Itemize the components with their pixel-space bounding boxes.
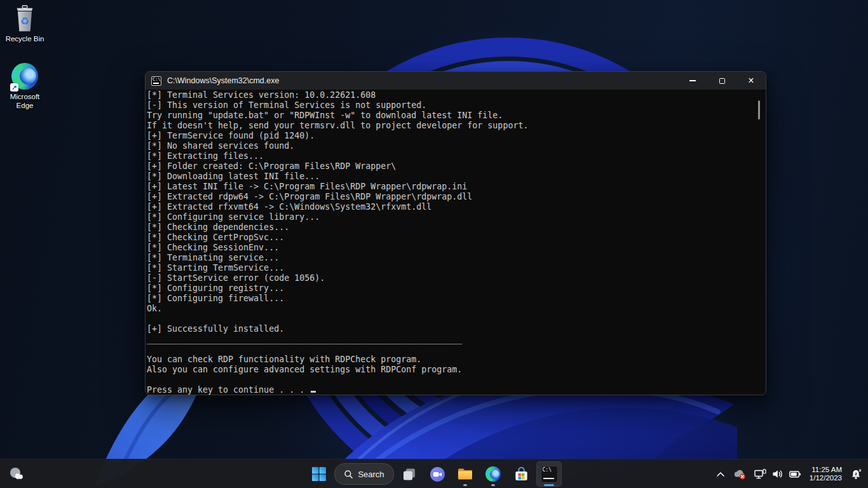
terminal-line: [*] Checking CertPropSvc... xyxy=(147,233,766,243)
minimize-button[interactable] xyxy=(678,72,707,90)
cmd-icon: C:\ xyxy=(151,76,161,86)
start-button[interactable] xyxy=(306,461,332,487)
terminal-line xyxy=(147,375,766,385)
bell-dnd-icon: z z xyxy=(850,468,862,480)
chat-video-icon xyxy=(430,466,445,482)
weather-icon xyxy=(8,466,25,482)
terminal-cursor xyxy=(311,391,316,393)
desktop-icon-microsoft-edge[interactable]: ↗ Microsoft Edge xyxy=(0,63,50,110)
terminal-line: [+] Extracted rdpw64 -> C:\Program Files… xyxy=(147,192,766,202)
running-indicator xyxy=(491,484,495,486)
search-box[interactable]: Search xyxy=(334,463,394,485)
taskbar: Search xyxy=(0,459,868,488)
terminal-line: [+] Folder created: C:\Program Files\RDP… xyxy=(147,161,766,172)
terminal-line: [*] No shared services found. xyxy=(147,141,766,151)
minimize-icon xyxy=(689,80,696,81)
search-icon xyxy=(344,470,353,479)
edge-button[interactable] xyxy=(480,461,506,487)
terminal-line: [+] TermService found (pid 1240). xyxy=(147,131,766,141)
terminal-line: [*] Configuring firewall... xyxy=(147,294,766,304)
terminal-line: [*] Starting TermService... xyxy=(147,263,766,273)
windows-logo-icon xyxy=(311,466,327,482)
terminal-line: [*] Checking dependencies... xyxy=(147,222,766,233)
terminal-line: Ok. xyxy=(147,304,766,314)
terminal-line: Try running "update.bat" or "RDPWInst -w… xyxy=(147,111,766,121)
window-title: C:\Windows\System32\cmd.exe xyxy=(167,76,678,85)
search-label: Search xyxy=(358,470,384,479)
terminal-line: [*] Configuring service library... xyxy=(147,212,766,222)
task-view-icon xyxy=(402,466,417,482)
svg-text:z: z xyxy=(855,471,857,476)
task-view-button[interactable] xyxy=(397,461,422,487)
edge-icon xyxy=(485,466,501,482)
terminal-line: [*] Downloading latest INI file... xyxy=(147,172,766,182)
terminal-line: [*] Configuring registry... xyxy=(147,283,766,294)
recycle-bin-icon: ♻ xyxy=(10,4,39,33)
terminal-output[interactable]: [*] Terminal Services version: 10.0.2262… xyxy=(146,90,766,395)
store-icon xyxy=(513,466,529,482)
clock-button[interactable]: 11:25 AM 1/12/2023 xyxy=(806,461,846,487)
terminal-line: [*] Terminal Services version: 10.0.2262… xyxy=(147,90,766,100)
recycle-glyph: ♻ xyxy=(20,15,30,27)
hidden-icons-button[interactable] xyxy=(713,461,728,487)
terminal-line: You can check RDP functionality with RDP… xyxy=(147,355,766,365)
terminal-line: If it doesn't help, send your termsrv.dl… xyxy=(147,121,766,131)
maximize-icon xyxy=(719,78,725,84)
cmd-icon: C:\ xyxy=(541,466,558,483)
terminal-line: [-] StartService error (code 1056). xyxy=(147,273,766,283)
scrollbar-thumb[interactable] xyxy=(758,100,760,119)
cmd-taskbar-button[interactable]: C:\ xyxy=(536,461,562,487)
tray-time: 11:25 AM xyxy=(811,466,842,475)
network-icon xyxy=(754,469,766,480)
terminal-line: [+] Extracted rfxvmt64 -> C:\Windows\Sys… xyxy=(147,202,766,212)
terminal-line xyxy=(147,344,766,355)
svg-text:z: z xyxy=(859,468,862,472)
notifications-button[interactable]: z z xyxy=(847,461,865,487)
shortcut-arrow-icon: ↗ xyxy=(10,83,18,92)
running-indicator xyxy=(463,484,467,486)
terminal-line xyxy=(147,314,766,324)
battery-icon xyxy=(789,470,801,479)
widgets-button[interactable] xyxy=(4,461,29,487)
terminal-line: [-] This version of Terminal Services is… xyxy=(147,100,766,111)
terminal-line: [*] Extracting files... xyxy=(147,151,766,161)
cloud-error-icon xyxy=(733,468,747,480)
system-tray-group[interactable] xyxy=(751,461,804,487)
titlebar[interactable]: C:\ C:\Windows\System32\cmd.exe × xyxy=(146,72,766,90)
desktop-icon-label: Recycle Bin xyxy=(1,34,48,43)
store-button[interactable] xyxy=(508,461,534,487)
terminal-line: [+] Latest INI file -> C:\Program Files\… xyxy=(147,182,766,192)
file-explorer-icon xyxy=(457,466,473,482)
close-button[interactable]: × xyxy=(736,72,766,90)
cmd-window: C:\ C:\Windows\System32\cmd.exe × [*] Te… xyxy=(145,71,766,395)
file-explorer-button[interactable] xyxy=(452,461,478,487)
terminal-line: Press any key to continue . . . xyxy=(147,385,766,395)
active-indicator xyxy=(544,484,554,486)
terminal-line: ________________________________________… xyxy=(147,334,766,344)
maximize-button[interactable] xyxy=(707,72,736,90)
chevron-up-icon xyxy=(716,471,725,478)
onedrive-tray-button[interactable] xyxy=(729,461,750,487)
terminal-line: Also you can configure advanced settings… xyxy=(147,365,766,375)
terminal-line: [+] Successfully installed. xyxy=(147,324,766,334)
terminal-line: [*] Checking SessionEnv... xyxy=(147,243,766,253)
tray-date: 1/12/2023 xyxy=(810,474,842,483)
chat-button[interactable] xyxy=(424,461,450,487)
terminal-line: [*] Terminating service... xyxy=(147,253,766,263)
desktop-icon-recycle-bin[interactable]: ♻ Recycle Bin xyxy=(0,4,50,43)
volume-icon xyxy=(772,469,783,479)
desktop-icon-label: Microsoft Edge xyxy=(1,92,48,110)
